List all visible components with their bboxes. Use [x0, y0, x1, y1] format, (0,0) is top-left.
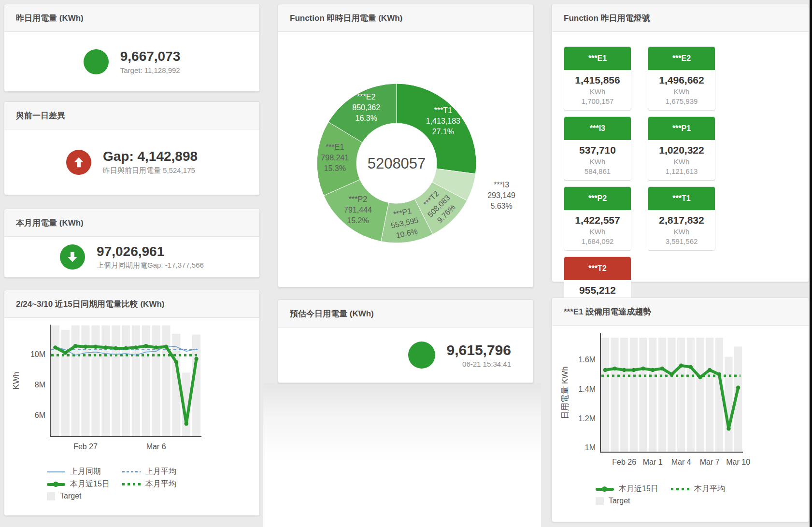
estimate-timestamp: 06-21 15:34:41 — [447, 360, 511, 368]
device-tile-unit: KWh — [648, 87, 715, 96]
dashboard-page: 昨日用電量 (KWh) 9,667,073 Target: 11,128,992… — [0, 0, 812, 527]
x-tick-label: Mar 6 — [146, 442, 166, 451]
card-e1-trend-title: ***E1 設備用電達成趨勢 — [552, 298, 809, 326]
series-point — [736, 385, 740, 389]
target-bar — [611, 338, 618, 452]
legend-swatch-thick-icon — [47, 483, 65, 486]
target-bar — [630, 338, 638, 452]
device-tile-unit: KWh — [564, 87, 631, 96]
series-point — [632, 368, 636, 372]
device-tile-status-header: ***I3 — [564, 117, 631, 140]
card-day-gap-title: 與前一日差異 — [4, 102, 259, 129]
legend-swatch-box-icon — [47, 492, 55, 500]
target-bar — [620, 338, 628, 452]
series-point — [641, 367, 645, 370]
series-point — [84, 345, 87, 349]
legend-item-本月平均[interactable]: 本月平均 — [671, 484, 744, 494]
day-gap-value: Gap: 4,142,898 — [103, 149, 198, 164]
y-tick-label: 1.4M — [578, 385, 596, 393]
series-point — [689, 365, 693, 369]
legend-item-Target[interactable]: Target — [596, 497, 669, 505]
target-bar — [639, 338, 647, 452]
legend-swatch-solid-icon — [47, 471, 65, 472]
target-bar — [162, 326, 170, 437]
legend-item-上月同期[interactable]: 上月同期 — [47, 467, 120, 477]
target-bar — [91, 326, 100, 437]
month-gap-subtitle: 上個月同期用電Gap: -17,377,566 — [97, 261, 204, 270]
x-tick-label: Mar 1 — [643, 458, 663, 466]
series-point — [708, 368, 712, 372]
legend-label: Target — [60, 492, 81, 500]
device-tile-value: 2,817,832 — [648, 214, 715, 226]
device-tile-status-header: ***P1 — [648, 117, 715, 140]
legend-item-Target[interactable]: Target — [47, 492, 120, 500]
legend-item-上月平均[interactable]: 上月平均 — [122, 467, 196, 477]
card-yesterday-title: 昨日用電量 (KWh) — [4, 4, 259, 32]
x-tick-label: Mar 4 — [671, 458, 691, 466]
series-point — [622, 368, 626, 372]
series-point — [679, 364, 683, 368]
device-tile-value: 1,020,322 — [648, 144, 715, 156]
legend-item-本月近15日[interactable]: 本月近15日 — [596, 484, 669, 494]
device-tile-status-header: ***E2 — [648, 47, 715, 70]
card-realtime-donut: Function 即時日用電量 (KWh) ***T11,413,18327.1… — [278, 4, 534, 287]
target-bar — [61, 330, 70, 437]
device-tile-target: 584,861 — [564, 167, 631, 175]
day-gap-subtitle: 昨日與前日用電量 5,524,175 — [103, 166, 198, 175]
device-tile-status-header: ***T2 — [564, 257, 631, 280]
legend-row: Target — [47, 492, 259, 500]
legend-swatch-dotted-icon — [122, 483, 141, 485]
device-tile-E1: ***E11,415,856KWh1,700,157 — [564, 46, 631, 111]
series-point — [660, 367, 664, 370]
series-point — [134, 345, 138, 349]
card-yesterday-body: 9,667,073 Target: 11,128,992 — [4, 32, 259, 91]
device-tile-value: 1,422,557 — [564, 214, 631, 226]
legend-item-本月平均[interactable]: 本月平均 — [122, 479, 196, 489]
card-estimate-today: 預估今日用電量 (KWh) 9,615,796 06-21 15:34:41 — [278, 299, 534, 383]
compare-line-chart[interactable]: 6M8M10MFeb 27Mar 6KWh — [4, 318, 259, 464]
series-point — [73, 344, 77, 348]
series-point — [144, 344, 148, 348]
device-tile-status-header: ***P2 — [564, 187, 631, 210]
legend-row: 本月近15日本月平均 — [47, 479, 259, 489]
target-bar — [101, 326, 110, 437]
screen-edge-strip — [810, 0, 812, 527]
y-tick-label: 10M — [30, 350, 45, 358]
legend-item-本月近15日[interactable]: 本月近15日 — [47, 479, 120, 489]
target-bar — [696, 338, 704, 452]
card-15day-compare-chart: 2/24~3/10 近15日同期用電量比較 (KWh) 6M8M10MFeb 2… — [4, 290, 260, 516]
target-bar — [668, 338, 675, 452]
target-bar — [81, 326, 89, 437]
device-tile-target: 1,121,613 — [648, 167, 715, 175]
card-day-gap: 與前一日差異 Gap: 4,142,898 昨日與前日用電量 5,524,175 — [4, 101, 260, 195]
y-tick-label: 1M — [585, 443, 596, 452]
arrow-up-icon — [66, 150, 91, 175]
status-circle-green-icon — [84, 49, 109, 74]
legend-row: Target — [596, 497, 809, 505]
card-15day-compare-title: 2/24~3/10 近15日同期用電量比較 (KWh) — [4, 290, 259, 318]
device-tile-target: 1,675,939 — [648, 97, 715, 105]
estimate-value: 9,615,796 — [447, 342, 511, 359]
device-tile-I3: ***I3537,710KWh584,861 — [564, 116, 631, 181]
device-tile-value: 1,415,856 — [564, 74, 631, 86]
device-tile-status-header: ***T1 — [648, 187, 715, 210]
target-bar — [687, 338, 695, 452]
series-point — [94, 345, 98, 349]
compare-chart-legend: 上月同期上月平均本月近15日本月平均Target — [47, 467, 259, 500]
y-tick-label: 8M — [35, 381, 45, 389]
realtime-usage-donut-chart[interactable]: ***T11,413,18327.1%***I3293,1495.63%***T… — [278, 32, 533, 285]
card-device-lights-body: ***E11,415,856KWh1,700,157***E21,496,662… — [552, 32, 809, 282]
device-tile-unit: KWh — [648, 228, 715, 236]
target-bar — [706, 338, 713, 452]
device-tile-value: 537,710 — [564, 144, 631, 156]
card-e1-trend-body: 1M1.2M1.4M1.6MFeb 26Mar 1Mar 4Mar 7Mar 1… — [552, 326, 809, 522]
yesterday-value: 9,667,073 — [120, 49, 181, 64]
target-bar — [71, 326, 80, 437]
target-bar — [649, 338, 656, 452]
legend-label: 上月平均 — [145, 467, 176, 477]
target-bar — [658, 338, 666, 452]
card-realtime-donut-title: Function 即時日用電量 (KWh) — [278, 4, 533, 32]
card-device-lights: Function 昨日用電燈號 ***E11,415,856KWh1,700,1… — [552, 4, 809, 282]
e1-trend-line-chart[interactable]: 1M1.2M1.4M1.6MFeb 26Mar 1Mar 4Mar 7Mar 1… — [552, 326, 809, 481]
legend-row: 本月近15日本月平均 — [596, 484, 809, 494]
